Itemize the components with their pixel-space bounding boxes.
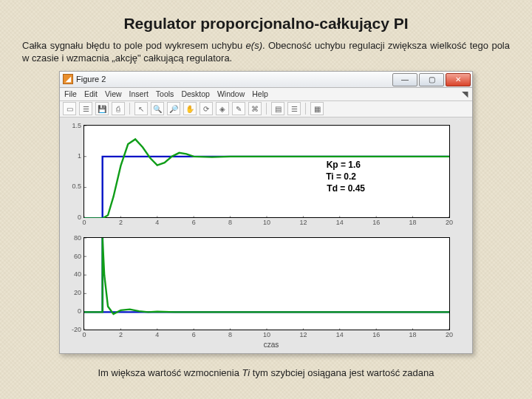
matlab-figure-window: ◢ Figure 2 — ▢ ✕ File Edit View Insert T… xyxy=(59,71,473,354)
menu-window[interactable]: Window xyxy=(217,89,245,98)
page-title: Regulator proporcjonalno-całkujący PI xyxy=(22,15,510,33)
print-icon[interactable]: ⎙ xyxy=(112,102,125,115)
menu-tools[interactable]: Tools xyxy=(156,89,174,98)
window-title: Figure 2 xyxy=(76,75,106,83)
legend-icon[interactable]: ☰ xyxy=(287,102,301,115)
pan-icon[interactable]: ✋ xyxy=(183,102,197,115)
param-kp: Kp = 1.6 xyxy=(327,160,361,170)
subplot-control: -20020406080 02468101214161820 xyxy=(83,237,450,330)
menu-bar: File Edit View Insert Tools Desktop Wind… xyxy=(60,88,472,101)
colorbar-icon[interactable]: ▤ xyxy=(271,102,284,115)
menu-insert[interactable]: Insert xyxy=(129,89,149,98)
hide-tools-icon[interactable]: ▦ xyxy=(310,102,324,115)
open-icon[interactable]: ☰ xyxy=(79,102,92,115)
minimize-button[interactable]: — xyxy=(392,73,417,86)
menu-file[interactable]: File xyxy=(64,89,77,98)
menu-desktop[interactable]: Desktop xyxy=(181,89,210,98)
zoom-in-icon[interactable]: 🔍 xyxy=(151,102,164,115)
description-text: Całka sygnału błędu to pole pod wykresem… xyxy=(22,40,510,65)
window-titlebar: ◢ Figure 2 — ▢ ✕ xyxy=(60,72,472,88)
new-figure-icon[interactable]: ▭ xyxy=(63,102,76,115)
x-axis-label: czas xyxy=(83,341,459,349)
brush-icon[interactable]: ✎ xyxy=(232,102,245,115)
subplot-response: 00.511.5 02468101214161820 Kp = 1.6 Ti =… xyxy=(83,125,450,218)
menu-edit[interactable]: Edit xyxy=(84,89,98,98)
plot-area: 00.511.5 02468101214161820 Kp = 1.6 Ti =… xyxy=(60,117,472,353)
datacursor-icon[interactable]: ◈ xyxy=(216,102,229,115)
param-td: Td = 0.45 xyxy=(327,183,365,194)
param-ti: Ti = 0.2 xyxy=(326,171,356,182)
dock-icon[interactable]: ◥ xyxy=(462,89,468,99)
menu-view[interactable]: View xyxy=(105,89,122,98)
close-button[interactable]: ✕ xyxy=(446,73,471,86)
caption-text: Im większa wartość wzmocnienia Ti tym sz… xyxy=(22,367,510,378)
menu-help[interactable]: Help xyxy=(252,89,268,98)
zoom-out-icon[interactable]: 🔎 xyxy=(167,102,180,115)
pointer-icon[interactable]: ↖ xyxy=(134,102,148,115)
save-icon[interactable]: 💾 xyxy=(95,102,109,115)
link-icon[interactable]: ⌘ xyxy=(248,102,262,115)
matlab-icon: ◢ xyxy=(63,74,73,84)
toolbar: ▭ ☰ 💾 ⎙ ↖ 🔍 🔎 ✋ ⟳ ◈ ✎ ⌘ ▤ ☰ ▦ xyxy=(60,101,472,117)
rotate-icon[interactable]: ⟳ xyxy=(200,102,213,115)
maximize-button[interactable]: ▢ xyxy=(419,73,444,86)
